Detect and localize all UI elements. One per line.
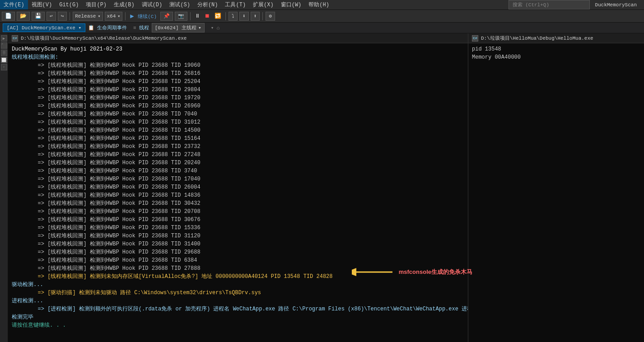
restart-btn[interactable]: 🔁 xyxy=(213,13,223,19)
console-line: 线程堆栈回溯检测: xyxy=(12,53,464,61)
app-title: DuckMemoryScan xyxy=(592,2,640,8)
menu-build[interactable]: 生成(B) xyxy=(110,0,138,9)
menu-help[interactable]: 帮助(H) xyxy=(305,0,333,9)
sidebar-icon-4[interactable]: ⬜ xyxy=(1,57,7,63)
console-line: => [线程堆栈回溯] 检测到HWBP Hook PID 23688 TID 1… xyxy=(12,61,464,69)
console-line: => [线程堆栈回溯] 检测到HWBP Hook PID 23688 TID 1… xyxy=(12,224,464,232)
console-line: => [线程堆栈回溯] 检测到HWBP Hook PID 23688 TID 1… xyxy=(12,191,464,199)
console-line: => [线程堆栈回溯] 检测到HWBP Hook PID 23688 TID 2… xyxy=(12,264,464,273)
menu-view[interactable]: 视图(V) xyxy=(28,0,56,9)
left-console-output: DuckMemoryScan By huoji 2021-02-23线程堆栈回溯… xyxy=(8,43,468,342)
left-console: C# D:\垃圾项目\DuckMemoryScan\x64\Release\Du… xyxy=(8,33,468,342)
console-line: => [线程堆栈回溯] 检测到HWBP Hook PID 23688 TID 2… xyxy=(12,78,464,86)
left-console-icon: C# xyxy=(12,35,18,42)
left-sidebar: ▶ ⬛ ☰ ⬜ ▫ xyxy=(0,33,8,342)
menu-project[interactable]: 项目(P) xyxy=(82,0,110,9)
config-dropdown[interactable]: Release xyxy=(73,12,103,21)
processbar: [AC] DuckMemoryScan.exe ▾ 📋 生命周期事件 ≡ 线程 … xyxy=(0,23,644,33)
console-line: => [驱动扫描] 检测到未知驱动 路径 C:\Windows\system32… xyxy=(12,289,464,297)
menu-analyze[interactable]: 分析(N) xyxy=(194,0,222,9)
console-line: => [线程堆栈回溯] 检测到HWBP Hook PID 23688 TID 2… xyxy=(12,143,464,151)
sidebar-icon-3[interactable]: ☰ xyxy=(1,50,7,56)
toolbar-open-btn[interactable]: 📂 xyxy=(17,12,30,21)
step-out-btn[interactable]: ⬆ xyxy=(251,12,260,21)
sidebar-icon-1[interactable]: ▶ xyxy=(1,35,7,42)
toolbar-redo-btn[interactable]: ↪ xyxy=(58,12,67,21)
toolbar-sep-5 xyxy=(262,12,263,20)
toolbar-save-btn[interactable]: 💾 xyxy=(32,12,45,21)
right-console-output: pid 13548Memory 00A40000 xyxy=(468,43,644,342)
console-line: => [线程堆栈回溯] 检测到HWBP Hook PID 23688 TID 2… xyxy=(12,159,464,167)
right-console: C# D:\垃圾项目\HelloMua\Debug\HelloMua.exe p… xyxy=(468,33,644,342)
console-line: => [线程堆栈回溯] 检测到HWBP Hook PID 23688 TID 2… xyxy=(12,208,464,216)
toolbar-more-btn[interactable]: ⚙ xyxy=(266,12,275,21)
toolbar-new-btn[interactable]: 📄 xyxy=(2,12,15,21)
console-line: => [线程堆栈回溯] 检测到HWBP Hook PID 23688 TID 3… xyxy=(12,199,464,208)
left-console-title: D:\垃圾项目\DuckMemoryScan\x64\Release\DuckM… xyxy=(21,35,187,42)
search-box[interactable]: 搜索 (Ctrl+Q) xyxy=(509,0,590,9)
menu-file[interactable]: 文件(E) xyxy=(0,0,28,9)
arch-dropdown[interactable]: x64 xyxy=(105,12,123,21)
console-line: => [线程堆栈回溯] 检测到HWBP Hook PID 23688 TID 3… xyxy=(12,167,464,175)
console-line: => [线程堆栈回溯] 检测到HWBP Hook PID 23688 TID 1… xyxy=(12,134,464,143)
toolbar-screenshot-btn[interactable]: 📷 xyxy=(175,12,187,21)
right-console-icon: C# xyxy=(472,35,478,42)
left-console-titlebar: C# D:\垃圾项目\DuckMemoryScan\x64\Release\Du… xyxy=(8,33,468,43)
menubar: 文件(E) 视图(V) Git(G) 项目(P) 生成(B) 调试(D) 测试(… xyxy=(0,0,644,10)
menu-window[interactable]: 窗口(W) xyxy=(277,0,305,9)
console-line: => [线程堆栈回溯] 检测到HWBP Hook PID 23688 TID 2… xyxy=(12,183,464,191)
console-line: => [线程堆栈回溯] 检测到HWBP Hook PID 23688 TID 2… xyxy=(12,248,464,256)
console-line: => [线程堆栈回溯] 检测到HWBP Hook PID 23688 TID 7… xyxy=(12,110,464,118)
console-line: 检测完毕 xyxy=(12,313,464,321)
console-line: => [线程堆栈回溯] 检测到HWBP Hook PID 23688 TID 3… xyxy=(12,240,464,248)
console-line: => [线程堆栈回溯] 检测到HWBP Hook PID 23688 TID 2… xyxy=(12,102,464,110)
toolbar-sep-2 xyxy=(125,12,126,20)
sidebar-icon-5[interactable]: ▫ xyxy=(1,64,7,70)
main-content: ▶ ⬛ ☰ ⬜ ▫ C# D:\垃圾项目\DuckMemoryScan\x64\… xyxy=(0,33,644,342)
toolbar: 📄 📂 💾 ↩ ↪ Release x64 ▶ 继续(C) 📌 📷 ⏸ ⏹ 🔁 … xyxy=(0,10,644,23)
right-console-line: Memory 00A40000 xyxy=(472,53,640,61)
lifecycle-label: 生命周期事件 xyxy=(97,24,127,31)
thread-dropdown[interactable]: [0x4624] 主线程 xyxy=(152,23,205,32)
console-line: => [线程堆栈回溯] 检测到HWBP Hook PID 23688 TID 3… xyxy=(12,118,464,126)
console-line: => [线程堆栈回溯] 检测到HWBP Hook PID 23688 TID 3… xyxy=(12,232,464,240)
stack-icon: ▾ ⌂ xyxy=(211,25,220,31)
console-line: => [线程堆栈回溯] 检测到HWBP Hook PID 23688 TID 1… xyxy=(12,126,464,134)
menu-test[interactable]: 测试(S) xyxy=(166,0,194,9)
right-console-title: D:\垃圾项目\HelloMua\Debug\HelloMua.exe xyxy=(481,35,593,42)
menu-debug[interactable]: 调试(D) xyxy=(138,0,166,9)
console-line: DuckMemoryScan By huoji 2021-02-23 xyxy=(12,45,464,53)
console-line: => [线程堆栈回溯] 检测到HWBP Hook PID 23688 TID 3… xyxy=(12,216,464,224)
lifecycle-icon: 📋 xyxy=(88,25,94,31)
toolbar-sep-4 xyxy=(225,12,226,20)
console-line: => [线程堆栈回溯] 检测到HWBP Hook PID 23688 TID 2… xyxy=(12,86,464,94)
console-line: => [线程堆栈回溯] 检测到HWBP Hook PID 23688 TID 2… xyxy=(12,69,464,78)
console-line: => [进程检测] 检测到额外的可执行区段(.rdata免杀 or 加壳程序) … xyxy=(12,305,464,313)
process-selector[interactable]: [AC] DuckMemoryScan.exe ▾ xyxy=(3,23,85,32)
right-console-titlebar: C# D:\垃圾项目\HelloMua\Debug\HelloMua.exe xyxy=(468,33,644,43)
step-into-btn[interactable]: ⬇ xyxy=(239,12,249,21)
thread-label: 线程 xyxy=(139,24,149,31)
menu-tools[interactable]: 工具(T) xyxy=(221,0,249,9)
console-line: 请按任意键继续. . . xyxy=(12,321,464,329)
console-line: 驱动检测... xyxy=(12,281,464,289)
right-console-line: pid 13548 xyxy=(472,45,640,53)
step-over-btn[interactable]: ⤵ xyxy=(229,12,238,21)
console-line: => [线程堆栈回溯] 检测到HWBP Hook PID 23688 TID 1… xyxy=(12,94,464,102)
continue-btn[interactable]: ▶ 继续(C) xyxy=(128,12,159,20)
console-line: => [线程堆栈回溯] 检测到HWBP Hook PID 23688 TID 6… xyxy=(12,256,464,264)
stop-btn[interactable]: ⏹ xyxy=(203,13,211,19)
console-line: => [线程堆栈回溯] 检测到HWBP Hook PID 23688 TID 1… xyxy=(12,175,464,183)
pause-btn[interactable]: ⏸ xyxy=(193,13,201,19)
thread-icon: ≡ xyxy=(133,25,136,31)
console-line: => [线程堆栈回溯] 检测到未知内存区域[VirtualAlloc免杀?] 地… xyxy=(12,273,464,281)
menu-extensions[interactable]: 扩展(X) xyxy=(249,0,277,9)
toolbar-sep-3 xyxy=(190,12,191,20)
console-line: => [线程堆栈回溯] 检测到HWBP Hook PID 23688 TID 2… xyxy=(12,151,464,159)
toolbar-undo-btn[interactable]: ↩ xyxy=(47,12,56,21)
console-line: 进程检测... xyxy=(12,297,464,305)
toolbar-attach-btn[interactable]: 📌 xyxy=(160,12,173,21)
sidebar-icon-2[interactable]: ⬛ xyxy=(1,42,7,49)
menu-git[interactable]: Git(G) xyxy=(56,1,82,9)
toolbar-sep-1 xyxy=(70,12,70,20)
